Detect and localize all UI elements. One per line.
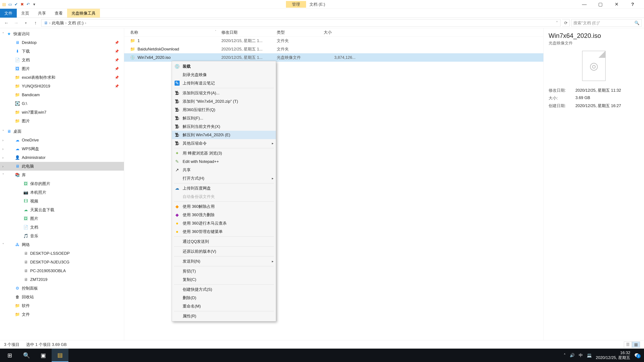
help-icon[interactable]: ? bbox=[624, 0, 641, 9]
qat-delete-icon[interactable]: ✖ bbox=[20, 2, 24, 7]
tree-item[interactable]: 🎵音乐 bbox=[0, 232, 124, 240]
task-view-button[interactable]: ▣ bbox=[35, 349, 52, 362]
tree-item[interactable]: 💽G:\ bbox=[0, 99, 124, 108]
tree-item[interactable]: 📄文档 bbox=[0, 223, 124, 232]
tree-item[interactable]: 📁图片 bbox=[0, 117, 124, 125]
tree-network[interactable]: ˅🖧网络 bbox=[0, 240, 124, 249]
tree-item[interactable]: 📁Bandicam bbox=[0, 90, 124, 99]
view-details-button[interactable]: ☰ bbox=[624, 342, 632, 348]
view-large-icons-button[interactable]: ▦ bbox=[632, 342, 640, 348]
ctx-upload-youdao[interactable]: ✎上传到有道云笔记 bbox=[172, 79, 276, 87]
qat-properties-icon[interactable]: ▭ bbox=[8, 2, 12, 7]
nav-back-button[interactable]: ← bbox=[2, 19, 10, 27]
ctx-restore-previous[interactable]: 还原以前的版本(V) bbox=[172, 247, 276, 256]
tree-item[interactable]: 🖥DESKTOP-LSSOEDP bbox=[0, 249, 124, 258]
tree-item[interactable]: 🖥Desktop📌 bbox=[0, 38, 124, 47]
tab-view[interactable]: 查看 bbox=[50, 9, 67, 17]
ctx-mount[interactable]: 💿装载 bbox=[172, 62, 276, 70]
tree-item[interactable]: 🖥PC-20190530OBLA bbox=[0, 267, 124, 275]
tree-item[interactable]: 🎞视频 bbox=[0, 197, 124, 205]
file-row[interactable]: 📁1 2020/12/15, 星期二 1...文件夹 bbox=[124, 36, 544, 45]
ctx-delete[interactable]: 删除(D) bbox=[172, 294, 276, 302]
column-date[interactable]: 修改日期 bbox=[221, 30, 277, 35]
nav-recent-dropdown[interactable]: ▾ bbox=[22, 19, 30, 27]
tree-item[interactable]: 📁YUNQISHI2019📌 bbox=[0, 82, 124, 90]
taskbar-explorer[interactable]: ▤ bbox=[52, 349, 68, 362]
refresh-button[interactable]: ⟳ bbox=[562, 19, 570, 27]
tray-volume-icon[interactable]: 🔊 bbox=[570, 353, 575, 358]
tree-item[interactable]: 📁文件 bbox=[0, 310, 124, 319]
tree-item[interactable]: ⬇下载📌 bbox=[0, 47, 124, 56]
ctx-share[interactable]: ↗共享 bbox=[172, 166, 276, 174]
tree-desktop[interactable]: ˅🖥桌面 bbox=[0, 127, 124, 136]
ctx-360-trojan-scan[interactable]: ●使用 360进行木马云查杀 bbox=[172, 219, 276, 227]
tab-disc-image-tools[interactable]: 光盘映像工具 bbox=[67, 9, 100, 17]
tray-ime-indicator[interactable]: 中 bbox=[579, 353, 583, 358]
nav-forward-button[interactable]: → bbox=[12, 19, 20, 27]
tree-this-pc[interactable]: ›🖥此电脑 bbox=[0, 162, 124, 171]
qat-dropdown-icon[interactable]: ▾ bbox=[32, 2, 36, 7]
ctx-extract-here[interactable]: 🗜解压到当前文件夹(X) bbox=[172, 122, 276, 131]
tree-item[interactable]: 📷本机照片 bbox=[0, 188, 124, 197]
tree-item[interactable]: 🗑回收站 bbox=[0, 293, 124, 301]
tree-item[interactable]: 📄文档📌 bbox=[0, 56, 124, 64]
minimize-button[interactable]: — bbox=[576, 0, 592, 9]
tree-item[interactable]: ›☁OneDrive bbox=[0, 136, 124, 144]
ctx-qq-send[interactable]: 通过QQ发送到 bbox=[172, 237, 276, 246]
breadcrumb-dropdown-icon[interactable]: ˅ bbox=[556, 21, 558, 25]
ctx-extract-folder[interactable]: 🗜解压到 Win7x64_2020\ (E) bbox=[172, 131, 276, 139]
column-name[interactable]: 名称˄ bbox=[124, 30, 221, 35]
breadcrumb-drive[interactable]: 文档 (E:) bbox=[68, 20, 84, 26]
tab-home[interactable]: 主页 bbox=[17, 9, 34, 17]
tab-file[interactable]: 文件 bbox=[0, 9, 17, 17]
tray-network-icon[interactable]: 💻 bbox=[587, 353, 592, 358]
column-size[interactable]: 大小 bbox=[324, 30, 360, 35]
breadcrumb[interactable]: 🖥 › 此电脑 › 文档 (E:) › ˅ bbox=[41, 19, 560, 27]
tree-item[interactable]: ⚙控制面板 bbox=[0, 284, 124, 293]
tree-item[interactable]: ›☁WPS网盘 bbox=[0, 144, 124, 153]
ctx-honey-browser[interactable]: ✦用 蜂蜜浏览器 浏览(3) bbox=[172, 149, 276, 157]
tree-item[interactable]: 📁软件 bbox=[0, 301, 124, 310]
ctx-add-archive[interactable]: 🗜添加到压缩文件(A)... bbox=[172, 89, 276, 97]
qat-undo-icon[interactable]: ↶ bbox=[26, 2, 30, 7]
ctx-other-zip[interactable]: 🗜其他压缩命令▸ bbox=[172, 139, 276, 147]
qat-checkmark-icon[interactable]: ✔ bbox=[14, 2, 18, 7]
ctx-cut[interactable]: 剪切(T) bbox=[172, 267, 276, 275]
ctx-upload-baidu[interactable]: ☁上传到百度网盘 bbox=[172, 184, 276, 192]
ctx-copy[interactable]: 复制(C) bbox=[172, 275, 276, 284]
ctx-rename[interactable]: 重命名(M) bbox=[172, 302, 276, 310]
ctx-send-to[interactable]: 发送到(N)▸ bbox=[172, 257, 276, 266]
taskbar-search-button[interactable]: 🔍 bbox=[18, 349, 35, 362]
ctx-open-with[interactable]: 打开方式(H)▸ bbox=[172, 174, 276, 183]
tree-quick-access[interactable]: ˅★快速访问 bbox=[0, 29, 124, 38]
ctx-open-360zip[interactable]: 🗜用360压缩打开(Q) bbox=[172, 106, 276, 114]
tree-item[interactable]: ›👤Administrator bbox=[0, 153, 124, 162]
tray-overflow-icon[interactable]: ˄ bbox=[564, 353, 566, 358]
ctx-360-manage-menu[interactable]: ●使用 360管理右键菜单 bbox=[172, 227, 276, 236]
tree-item[interactable]: ☁天翼云盘下载 bbox=[0, 205, 124, 214]
tree-item[interactable]: 🖼图片📌 bbox=[0, 64, 124, 73]
tree-item[interactable]: 🖥DESKTOP-NJEU3CG bbox=[0, 258, 124, 267]
action-center-icon[interactable]: 💬3 bbox=[634, 353, 639, 358]
ctx-properties[interactable]: 属性(R) bbox=[172, 312, 276, 320]
tab-share[interactable]: 共享 bbox=[34, 9, 50, 17]
file-row-selected[interactable]: 💿Win7x64_2020.iso 2020/12/25, 星期五 1...光盘… bbox=[124, 53, 544, 62]
tree-libraries[interactable]: ˅📚库 bbox=[0, 171, 124, 179]
ctx-360-release[interactable]: ◆使用 360解除占用 bbox=[172, 202, 276, 211]
tree-item[interactable]: 🖼保存的图片 bbox=[0, 179, 124, 188]
ctx-burn[interactable]: 刻录光盘映像 bbox=[172, 70, 276, 79]
ctx-notepadpp[interactable]: ✎Edit with Notepad++ bbox=[172, 157, 276, 166]
maximize-button[interactable]: ▢ bbox=[592, 0, 608, 9]
search-input[interactable]: 搜索"文档 (E:)" 🔍 bbox=[571, 19, 642, 27]
file-row[interactable]: 📁BaiduNetdiskDownload 2020/12/25, 星期五 1.… bbox=[124, 45, 544, 53]
ctx-add-zip[interactable]: 🗜添加到 "Win7x64_2020.zip" (T) bbox=[172, 97, 276, 106]
ctx-360-force-delete[interactable]: ◆使用 360强力删除 bbox=[172, 211, 276, 219]
column-type[interactable]: 类型 bbox=[277, 30, 324, 35]
ctx-create-shortcut[interactable]: 创建快捷方式(S) bbox=[172, 285, 276, 294]
tray-clock[interactable]: 16:32 2020/12/25, 星期五 bbox=[596, 351, 630, 360]
tree-item[interactable]: 🖥ZMT2019 bbox=[0, 275, 124, 284]
breadcrumb-this-pc[interactable]: 此电脑 bbox=[52, 20, 64, 26]
tree-item[interactable]: 🖼图片 bbox=[0, 214, 124, 223]
close-button[interactable]: ✕ bbox=[608, 0, 624, 9]
ctx-extract-to[interactable]: 🗜解压到(F)... bbox=[172, 114, 276, 122]
